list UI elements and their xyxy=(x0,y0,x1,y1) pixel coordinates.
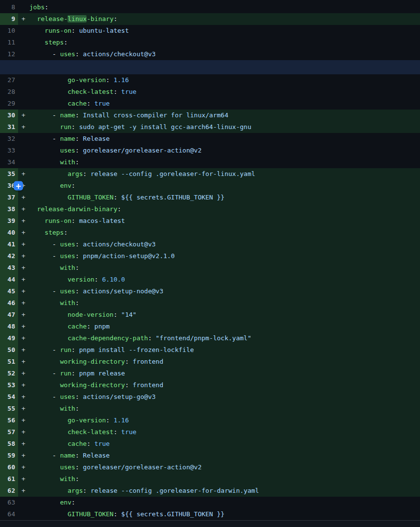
code-token: : xyxy=(113,428,121,436)
code-token: release --config .goreleaser-for-linux.y… xyxy=(90,170,255,177)
line-number[interactable]: 28 xyxy=(0,86,18,98)
line-number[interactable]: 46 xyxy=(0,297,18,309)
line-number[interactable]: 50 xyxy=(0,344,18,356)
code-token: : xyxy=(75,147,83,154)
code-token: with xyxy=(60,299,75,307)
line-number[interactable]: 62 xyxy=(0,485,18,497)
code-line: run: sudo apt-get -y install gcc-aarch64… xyxy=(29,121,420,133)
line-number[interactable]: 38 xyxy=(0,203,18,215)
line-number[interactable]: 43 xyxy=(0,262,18,274)
line-number[interactable]: 10 xyxy=(0,25,18,37)
line-number[interactable]: 45 xyxy=(0,285,18,297)
diff-added-marker: + xyxy=(18,13,29,25)
line-number[interactable]: 32 xyxy=(0,133,18,145)
diff-row: 29 cache: true xyxy=(0,98,420,110)
code-line: - uses: actions/checkout@v3 xyxy=(29,48,420,60)
line-number[interactable]: 40 xyxy=(0,227,18,239)
line-number[interactable]: 47 xyxy=(0,309,18,321)
line-number[interactable]: 44 xyxy=(0,274,18,285)
diff-added-marker: + xyxy=(18,168,29,180)
diff-added-marker: + xyxy=(18,403,29,415)
code-token: check-latest xyxy=(67,88,113,95)
line-number[interactable]: 41 xyxy=(0,239,18,250)
line-number[interactable]: 52 xyxy=(0,368,18,379)
diff-added-marker: + xyxy=(18,391,29,403)
code-token xyxy=(29,264,60,271)
line-number[interactable]: 51 xyxy=(0,356,18,368)
code-token: : xyxy=(106,417,114,424)
line-number[interactable]: 54 xyxy=(0,391,18,403)
code-line: node-version: "14" xyxy=(29,309,420,321)
line-number[interactable]: 61 xyxy=(0,473,18,485)
line-number[interactable]: 49 xyxy=(0,332,18,344)
line-number[interactable]: 55 xyxy=(0,403,18,415)
diff-row: 49+ cache-dependency-path: "frontend/pnp… xyxy=(0,332,420,344)
code-token: cache xyxy=(67,440,87,447)
code-token xyxy=(29,487,67,494)
line-number[interactable]: 48 xyxy=(0,321,18,332)
code-token: with xyxy=(60,475,75,483)
diff-added-marker: + xyxy=(18,262,29,274)
line-number[interactable]: 33 xyxy=(0,145,18,156)
code-token: frontend xyxy=(133,358,163,365)
line-number[interactable]: 30 xyxy=(0,110,18,121)
code-token: : xyxy=(71,370,79,377)
code-line: - run: pnpm release xyxy=(29,368,420,379)
code-token xyxy=(29,123,60,131)
line-number[interactable]: 11 xyxy=(0,37,18,48)
code-token: run xyxy=(60,123,71,131)
expand-hunk-band[interactable] xyxy=(0,60,420,74)
line-number[interactable]: 34 xyxy=(0,156,18,168)
line-number[interactable]: 8 xyxy=(0,1,18,13)
diff-added-marker: + xyxy=(18,110,29,121)
code-line: release-darwin-binary: xyxy=(29,203,420,215)
code-token: : xyxy=(71,346,79,353)
line-number[interactable]: 64 xyxy=(0,508,18,520)
code-token: 6.10.0 xyxy=(102,276,125,283)
line-number[interactable]: 60 xyxy=(0,461,18,473)
code-token: : xyxy=(75,241,83,248)
code-token xyxy=(29,15,37,22)
code-token: uses xyxy=(60,241,75,248)
code-token: actions/checkout@v3 xyxy=(83,50,156,58)
line-number[interactable]: 12 xyxy=(0,48,18,60)
code-token: uses xyxy=(60,393,75,400)
line-number[interactable]: 31 xyxy=(0,121,18,133)
line-number[interactable]: 59 xyxy=(0,450,18,461)
diff-added-marker: + xyxy=(18,285,29,297)
code-token: : xyxy=(113,15,117,22)
line-number[interactable]: 57 xyxy=(0,426,18,438)
line-number[interactable]: 27 xyxy=(0,74,18,86)
code-line: args: release --config .goreleaser-for-d… xyxy=(29,485,420,497)
code-token: true xyxy=(94,440,110,447)
code-token: true xyxy=(94,100,110,107)
code-line: cache: pnpm xyxy=(29,321,420,332)
code-line: with: xyxy=(29,262,420,274)
code-line: with: xyxy=(29,156,420,168)
diff-row: 57+ check-latest: true xyxy=(0,426,420,438)
line-number[interactable]: 29 xyxy=(0,98,18,110)
diff-marker-spacer xyxy=(18,497,29,508)
code-token xyxy=(29,405,60,412)
code-token: actions/checkout@v3 xyxy=(83,241,156,248)
line-number[interactable]: 58 xyxy=(0,438,18,450)
code-line: args: release --config .goreleaser-for-l… xyxy=(29,168,420,180)
line-number[interactable]: 56 xyxy=(0,415,18,426)
add-comment-button[interactable]: + xyxy=(14,181,23,191)
code-token: pnpm/action-setup@v2.1.0 xyxy=(83,252,175,260)
code-token: Install cross-compiler for linux/arm64 xyxy=(83,111,228,119)
code-token: env xyxy=(60,182,71,189)
code-token xyxy=(29,194,67,201)
line-number[interactable]: 39 xyxy=(0,215,18,227)
line-number[interactable]: 53 xyxy=(0,379,18,391)
line-number[interactable]: 42 xyxy=(0,250,18,262)
code-line: uses: goreleaser/goreleaser-action@v2 xyxy=(29,145,420,156)
code-token: - xyxy=(29,346,60,353)
line-number[interactable]: 37 xyxy=(0,192,18,203)
line-number[interactable]: 9 xyxy=(0,13,18,25)
code-token: : xyxy=(83,487,91,494)
line-number[interactable]: 35 xyxy=(0,168,18,180)
line-number[interactable]: 63 xyxy=(0,497,18,508)
diff-added-marker: + xyxy=(18,239,29,250)
code-line: cache-dependency-path: "frontend/pnpm-lo… xyxy=(29,332,420,344)
